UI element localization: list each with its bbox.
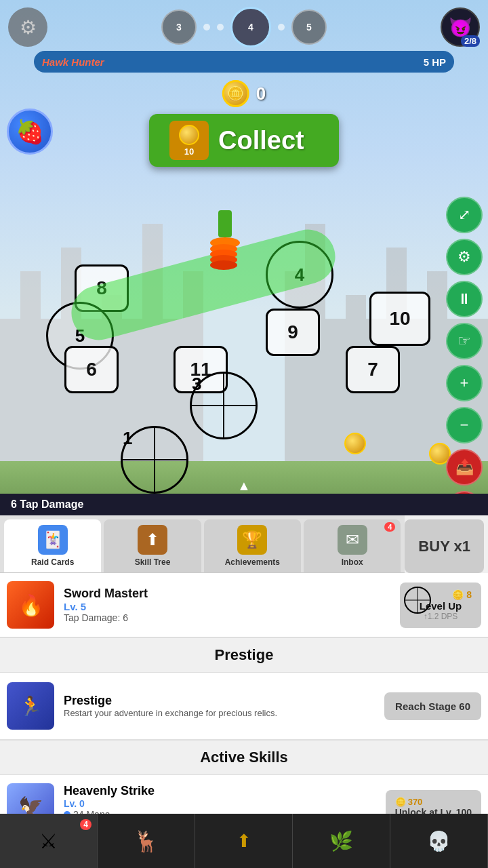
nav-nature[interactable]: 🌿 — [293, 814, 390, 868]
prestige-desc: Restart your adventure in exchange for p… — [64, 708, 384, 718]
right-buttons: ⤢ ⚙ ⏸ ☞ + − 📤 ✕ — [446, 197, 483, 515]
zoom-in-button[interactable]: + — [446, 365, 483, 401]
carrot-stack — [210, 210, 240, 266]
crosshair-3[interactable]: 3 — [190, 372, 258, 439]
target-7[interactable]: 7 — [346, 346, 400, 393]
skill-tree-label: Skill Tree — [135, 557, 171, 567]
buy-button[interactable]: BUY x1 — [405, 519, 484, 573]
tab-raid-cards[interactable]: 🃏 Raid Cards — [4, 519, 101, 572]
enemy-icon[interactable]: 😈 2/8 — [441, 7, 480, 47]
coin-icon: 🪙 — [222, 80, 249, 107]
stage-indicators: 3 4 5 — [161, 7, 327, 47]
collect-coin-box: 10 — [169, 121, 209, 160]
sword-mastert-name: Sword Mastert — [64, 587, 400, 601]
hp-bar: Hawk Hunter 5 HP — [34, 51, 454, 73]
reach-stage-button[interactable]: Reach Stage 60 — [384, 692, 481, 720]
tap-damage-bar: 6 Tap Damage — [0, 494, 488, 515]
touch-mode-button[interactable]: ☞ — [446, 323, 483, 359]
bottom-nav: ⚔ 4 🦌 ⬆ 🌿 💀 — [0, 814, 488, 868]
stage-dot-2 — [217, 24, 224, 31]
tabs-buy-row: 🃏 Raid Cards ⬆ Skill Tree 🏆 Achievements… — [0, 515, 488, 573]
collect-coin-icon — [179, 125, 199, 145]
stage-dot-3 — [278, 24, 285, 31]
floating-coin-1 — [344, 433, 366, 454]
stage-5[interactable]: 5 — [291, 9, 327, 45]
avatar-button[interactable]: 🍓 — [7, 108, 53, 155]
tab-inbox[interactable]: ✉ Inbox 4 — [304, 519, 401, 572]
game-area: 8 5 6 4 9 10 7 11 3 1 ⚙ 3 — [0, 0, 488, 515]
settings-button[interactable]: ⚙ — [8, 7, 47, 47]
stage-dot-1 — [203, 24, 210, 31]
move-button[interactable]: ⤢ — [446, 197, 483, 233]
inbox-label: Inbox — [342, 557, 363, 567]
zoom-out-button[interactable]: − — [446, 407, 483, 443]
prestige-section-header: Prestige — [0, 637, 488, 673]
target-6[interactable]: 6 — [64, 346, 119, 393]
tab-skill-tree[interactable]: ⬆ Skill Tree — [104, 519, 201, 572]
inbox-badge: 4 — [384, 522, 395, 532]
tap-damage-value: 6 — [11, 498, 17, 510]
top-bar: ⚙ 3 4 5 😈 2/8 — [0, 0, 488, 54]
level-up-crosshair-icon — [404, 587, 431, 614]
skill-tree-icon: ⬆ — [138, 525, 167, 555]
tap-damage-label: Tap Damage — [20, 498, 83, 510]
sword-badge: 4 — [80, 819, 92, 830]
tabs-container: 🃏 Raid Cards ⬆ Skill Tree 🏆 Achievements… — [0, 515, 405, 573]
sword-mastert-damage: Tap Damage: 6 — [64, 612, 400, 623]
pause-button[interactable]: ⏸ — [446, 281, 483, 317]
target-10[interactable]: 10 — [369, 292, 430, 346]
nav-skull[interactable]: 💀 — [390, 814, 488, 868]
nav-upgrade[interactable]: ⬆ — [195, 814, 293, 868]
level-up-button[interactable]: 🪙 8 Level Up ↑1.2 DPS — [400, 583, 481, 628]
collect-button[interactable]: 10 Collect — [149, 114, 339, 167]
stage-4-active[interactable]: 4 — [230, 7, 271, 47]
prestige-name: Prestige — [64, 694, 384, 708]
unlock-cost: 🪙 370 — [395, 797, 472, 807]
tab-achievements[interactable]: 🏆 Achievements — [204, 519, 301, 572]
raid-cards-icon: 🃏 — [38, 525, 68, 555]
active-skills-section-header: Active Skills — [0, 740, 488, 775]
achievements-label: Achievements — [225, 557, 280, 567]
crosshair-1[interactable]: 1 — [121, 426, 188, 494]
nav-deer[interactable]: 🦌 — [98, 814, 195, 868]
sword-mastert-info: Sword Mastert Lv. 5 Tap Damage: 6 — [64, 587, 400, 623]
achievements-icon: 🏆 — [237, 525, 267, 555]
chevron-up[interactable]: ▲ — [237, 478, 251, 494]
inbox-icon: ✉ — [338, 525, 367, 555]
target-9[interactable]: 9 — [266, 309, 320, 356]
tabs-row: 🃏 Raid Cards ⬆ Skill Tree 🏆 Achievements… — [0, 515, 405, 573]
heavenly-strike-level: Lv. 0 — [64, 798, 386, 809]
sword-mastert-level: Lv. 5 — [64, 601, 400, 612]
coin-display: 🪙 0 — [222, 80, 266, 107]
raid-cards-label: Raid Cards — [31, 557, 74, 567]
nav-sword[interactable]: ⚔ 4 — [0, 814, 98, 868]
sword-mastert-icon: 🔥 — [7, 581, 54, 629]
prestige-info: Prestige Restart your adventure in excha… — [64, 694, 384, 718]
game-settings-button[interactable]: ⚙ — [446, 239, 483, 275]
prestige-icon: 🏃 — [7, 682, 54, 730]
stage-3[interactable]: 3 — [161, 9, 197, 45]
share-button[interactable]: 📤 — [446, 449, 483, 486]
heavenly-strike-name: Heavenly Strike — [64, 784, 386, 798]
sword-mastert-card: 🔥 Sword Mastert Lv. 5 Tap Damage: 6 🪙 8 … — [0, 573, 488, 637]
prestige-card: 🏃 Prestige Restart your adventure in exc… — [0, 673, 488, 740]
